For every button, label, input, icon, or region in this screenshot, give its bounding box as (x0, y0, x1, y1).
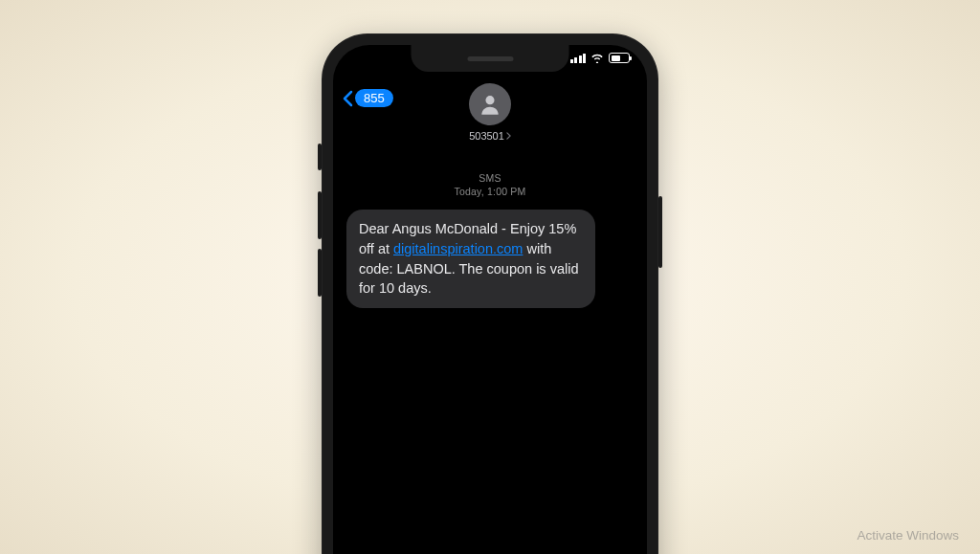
chevron-right-icon (506, 132, 511, 140)
volume-up-button (318, 191, 322, 239)
avatar (469, 83, 511, 125)
status-bar (570, 53, 631, 63)
power-button (658, 196, 662, 268)
channel-label: SMS (333, 171, 647, 185)
phone-frame: 855 503501 (322, 33, 658, 554)
speaker-grille (467, 56, 513, 61)
message-bubble[interactable]: Dear Angus McDonald - Enjoy 15% off at d… (346, 210, 595, 307)
contact-info[interactable]: 503501 (469, 83, 511, 142)
chevron-left-icon (343, 90, 353, 107)
battery-icon (609, 53, 630, 63)
wifi-icon (590, 53, 604, 63)
cellular-signal-icon (570, 54, 587, 63)
windows-watermark: Activate Windows (857, 528, 959, 543)
sender-number: 503501 (469, 130, 504, 142)
conversation-header: 855 503501 (333, 83, 647, 160)
phone-screen: 855 503501 (333, 45, 647, 554)
back-button[interactable]: 855 (343, 89, 393, 107)
person-icon (478, 92, 502, 117)
message-meta: SMS Today, 1:00 PM (333, 171, 647, 198)
mute-switch (318, 144, 322, 170)
svg-point-0 (485, 96, 494, 104)
volume-down-button (318, 249, 322, 297)
message-link[interactable]: digitalinspiration.com (393, 241, 523, 256)
timestamp-label: Today, 1:00 PM (333, 185, 647, 198)
notch (412, 45, 569, 72)
unread-badge: 855 (355, 89, 393, 107)
